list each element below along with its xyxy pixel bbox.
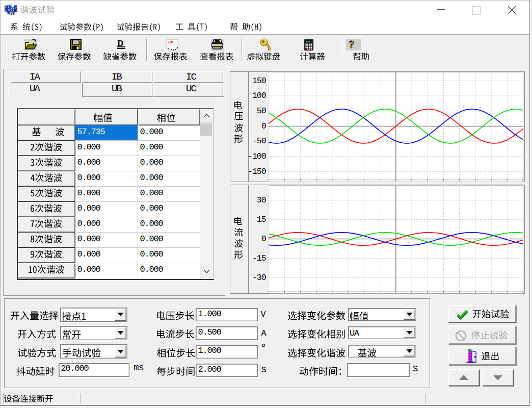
- svg-text:EXL: EXL: [168, 40, 174, 44]
- svg-text:?: ?: [349, 39, 354, 50]
